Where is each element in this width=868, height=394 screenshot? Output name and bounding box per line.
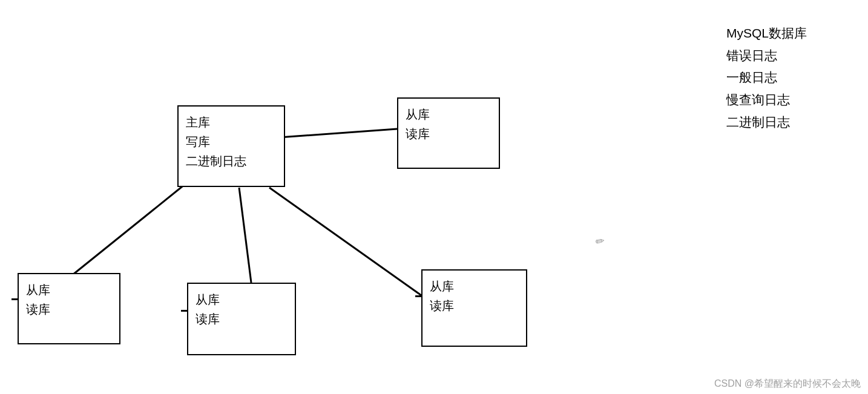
connector-tick xyxy=(415,295,421,297)
slave-line2: 读库 xyxy=(406,124,492,143)
master-node: 主库 写库 二进制日志 xyxy=(177,105,285,187)
slave-line1: 从库 xyxy=(430,277,519,296)
slave-node-bottom-right: 从库 读库 xyxy=(421,269,527,347)
notes-item: 二进制日志 xyxy=(726,112,807,133)
watermark-text: CSDN @希望醒来的时候不会太晚 xyxy=(714,378,861,390)
slave-line2: 读库 xyxy=(430,296,519,315)
notes-item: 错误日志 xyxy=(726,45,807,67)
notes-list: MySQL数据库 错误日志 一般日志 慢查询日志 二进制日志 xyxy=(726,23,807,134)
connector-tick xyxy=(181,310,187,312)
slave-line1: 从库 xyxy=(406,105,492,124)
notes-item: MySQL数据库 xyxy=(726,23,807,44)
slave-line2: 读库 xyxy=(196,309,288,329)
svg-line-2 xyxy=(239,188,251,283)
notes-item: 一般日志 xyxy=(726,67,807,88)
slave-node-top-right: 从库 读库 xyxy=(397,97,500,169)
notes-item: 慢查询日志 xyxy=(726,90,807,111)
svg-line-1 xyxy=(70,185,185,277)
connector-tick xyxy=(12,298,18,300)
pencil-icon: ✏ xyxy=(594,234,606,249)
slave-node-bottom-left: 从库 读库 xyxy=(18,273,120,344)
slave-line1: 从库 xyxy=(196,290,288,309)
master-line1: 主库 xyxy=(186,113,277,132)
master-line3: 二进制日志 xyxy=(186,151,277,171)
svg-line-0 xyxy=(271,129,397,138)
slave-node-bottom-mid: 从库 读库 xyxy=(187,283,296,355)
svg-line-3 xyxy=(269,188,421,295)
slave-line1: 从库 xyxy=(26,280,112,300)
master-line2: 写库 xyxy=(186,132,277,151)
slave-line2: 读库 xyxy=(26,300,112,319)
